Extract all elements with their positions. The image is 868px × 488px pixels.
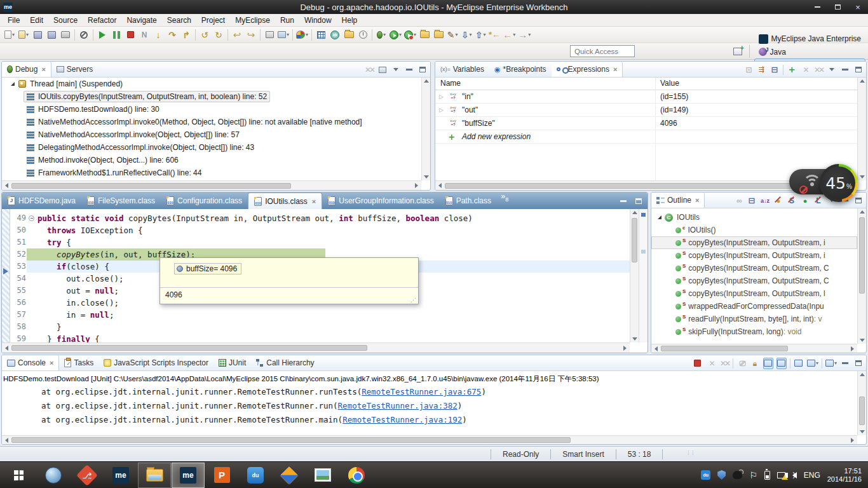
web20-button[interactable]	[328, 28, 342, 42]
add-expression-button[interactable]: ＋	[787, 64, 797, 76]
annotation-marker[interactable]	[641, 250, 646, 254]
stack-trace-link[interactable]: RemoteTestRunner.java:192	[342, 415, 462, 424]
expression-row[interactable]: ▷x+y=?"out"(id=149)	[435, 104, 857, 117]
menu-window[interactable]: Window	[299, 14, 337, 27]
scroll-thumb[interactable]	[11, 345, 367, 351]
maximize-view-button[interactable]	[853, 195, 864, 207]
tab-javascript-scripts-inspector[interactable]: JavaScript Scripts Inspector	[98, 355, 214, 370]
outline-item-copybytes-inputstrea[interactable]: ScopyBytes(InputStream, OutputStream, l	[651, 287, 857, 300]
editor-vscrollbar[interactable]	[630, 209, 639, 342]
overview-ruler[interactable]	[639, 209, 648, 342]
column-name[interactable]: Name	[440, 79, 461, 88]
start-button[interactable]	[0, 462, 37, 488]
back-button[interactable]: ▾	[501, 28, 517, 42]
taskbar-clock[interactable]: 17:51 2014/11/16	[827, 467, 862, 484]
wizard-button[interactable]: ▾	[17, 28, 31, 42]
close-window-button[interactable]: ×	[848, 0, 868, 14]
pencil-button[interactable]: ▾	[445, 28, 459, 42]
drop-frame2-button[interactable]	[212, 28, 226, 42]
collapse-all-button[interactable]: ⊟	[770, 64, 780, 76]
editor-tab-overflow-button[interactable]: » 8	[501, 193, 508, 209]
maximize-window-button[interactable]	[827, 0, 848, 14]
hide-local-types-button[interactable]: L	[813, 195, 824, 207]
maximize-view-button[interactable]	[417, 64, 428, 76]
disconnect-button[interactable]	[137, 28, 151, 42]
outline-vscrollbar[interactable]	[857, 208, 866, 344]
word-wrap-toggle[interactable]	[763, 358, 773, 369]
pin-console-button[interactable]	[794, 358, 804, 369]
skip-breakpoints-button[interactable]	[77, 28, 91, 42]
stack-frame[interactable]: DelegatingMethodAccessorImpl.invoke(Obje…	[2, 141, 421, 154]
terminate-button[interactable]	[693, 358, 703, 369]
taskbar-app-network-orb[interactable]	[37, 463, 70, 488]
outline-item-ioutils[interactable]: cIOUtils()	[651, 224, 857, 236]
resume-button[interactable]	[95, 28, 109, 42]
fold-collapse-icon[interactable]	[29, 215, 34, 221]
taskbar-app-baidu-music[interactable]	[239, 463, 272, 488]
clock-button[interactable]	[356, 28, 370, 42]
server-run-button[interactable]: ▾	[276, 28, 290, 42]
taskbar-app-chrome[interactable]	[340, 463, 373, 488]
resize-grip-icon[interactable]: ⋰	[410, 297, 417, 303]
step-over-button[interactable]	[165, 28, 179, 42]
export-button[interactable]: ▾	[473, 28, 487, 42]
outline-hscrollbar[interactable]	[651, 344, 857, 353]
add-new-expression-row[interactable]: ＋Add new expression	[435, 130, 857, 144]
minimize-view-button[interactable]	[404, 64, 414, 76]
terminate-button[interactable]	[123, 28, 137, 42]
memory-percent-ball[interactable]: 45 %	[820, 164, 858, 202]
stack-trace-link[interactable]: RemoteTestRunner.java:382	[338, 401, 458, 410]
step-return-button[interactable]	[179, 28, 193, 42]
taskbar-app-photos[interactable]	[306, 463, 339, 488]
outline-item-copybytes-inputstrea[interactable]: ScopyBytes(InputStream, OutputStream, i	[651, 249, 857, 262]
code-line[interactable]: 51 try {	[11, 236, 630, 248]
menu-file[interactable]: File	[3, 14, 25, 27]
open-console-button[interactable]: ▾	[825, 358, 837, 369]
new-server-button[interactable]	[262, 28, 276, 42]
bug-button[interactable]: ▾	[374, 28, 388, 42]
run-button[interactable]: ▾	[388, 28, 403, 42]
tab-console[interactable]: Console×	[2, 355, 59, 370]
hide-fields-button[interactable]: ●	[773, 195, 783, 207]
menu-edit[interactable]: Edit	[25, 14, 48, 27]
tray-dish-icon[interactable]	[733, 471, 742, 479]
forward-button[interactable]: ▾	[517, 28, 532, 42]
perspective-myeclipse[interactable]: MyEclipse Java Enterprise	[754, 32, 865, 46]
stack-frame[interactable]: NativeMethodAccessorImpl.invoke0(Method,…	[2, 116, 421, 128]
menu-myeclipse[interactable]: MyEclipse	[230, 14, 275, 27]
minimize-view-button[interactable]	[840, 358, 850, 369]
maximize-editor-button[interactable]	[634, 195, 644, 207]
remove-all-expressions-button[interactable]: ✕✕	[813, 64, 824, 76]
scroll-thumb[interactable]	[11, 183, 291, 189]
expanded-twisty-icon[interactable]	[11, 82, 15, 86]
minimize-editor-button[interactable]	[618, 195, 628, 207]
perspective-java[interactable]: Java	[754, 46, 865, 58]
expression-row[interactable]: x+y=?"buffSize"4096	[435, 117, 857, 130]
menu-help[interactable]: Help	[337, 14, 363, 27]
editor-hscrollbar[interactable]	[2, 342, 630, 353]
palette-button[interactable]: ▾	[295, 28, 309, 42]
taskbar-app-git[interactable]	[71, 463, 104, 488]
code-editor[interactable]: 49public static void copyBytes(InputStre…	[2, 209, 648, 353]
taskbar-app-p-app[interactable]: P	[205, 463, 238, 488]
daemon-icon[interactable]	[377, 64, 388, 76]
tray-flag-icon[interactable]	[749, 470, 757, 480]
scroll-thumb[interactable]	[11, 437, 571, 443]
stack-frame[interactable]: Method.invoke(Object, Object...) line: 6…	[2, 154, 421, 166]
stack-frame[interactable]: HDFSDemo.testDownload() line: 30	[2, 103, 421, 116]
inspect-detail-pane[interactable]: 4096 ⋰	[160, 287, 418, 304]
close-tab-icon[interactable]: ×	[312, 198, 316, 205]
outline-item-wrappedreadforcompre[interactable]: SwrappedReadForCompressedData(Inpu	[651, 300, 857, 313]
debug-hscrollbar[interactable]	[2, 180, 421, 190]
collapsed-twisty-icon[interactable]: ▷	[439, 107, 444, 113]
open-folder2-button[interactable]	[431, 28, 445, 42]
debug-vscrollbar[interactable]	[421, 78, 430, 180]
outline-item-copybytes-inputstrea[interactable]: ScopyBytes(InputStream, OutputStream, C	[651, 262, 857, 274]
drop-frame1-button[interactable]	[198, 28, 212, 42]
console-hscrollbar[interactable]	[2, 435, 857, 444]
scroll-thumb[interactable]	[632, 218, 637, 262]
scroll-lock-button[interactable]: 🔒︎	[750, 358, 760, 369]
step-into-button[interactable]	[151, 28, 165, 42]
collapsed-twisty-icon[interactable]: ▷	[439, 93, 444, 100]
taskbar-app-me[interactable]: me	[104, 463, 137, 488]
